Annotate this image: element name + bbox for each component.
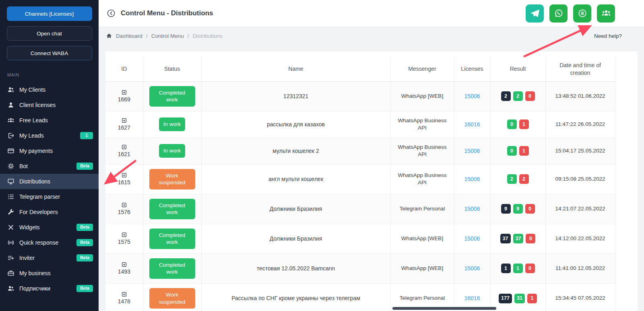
beta-badge: Beta	[76, 163, 93, 170]
licenses-link[interactable]: 15006	[464, 265, 480, 272]
sidebar-item-my-leads[interactable]: My Leads1	[0, 128, 99, 143]
column-header-messenger: Messenger	[390, 57, 454, 81]
users-icon	[7, 285, 14, 292]
column-header-status: Status	[143, 57, 201, 81]
contacts-group-button[interactable]	[597, 4, 615, 23]
distribution-name: Должники Бразилия	[201, 194, 390, 224]
gear-icon	[7, 163, 14, 170]
sidebar-item-label: Quick response	[19, 239, 72, 246]
licenses-link[interactable]: 15006	[464, 93, 480, 99]
result-badge-green: 2	[513, 91, 523, 101]
whatsapp-business-button[interactable]: B	[573, 4, 591, 23]
breadcrumb-dashboard[interactable]: Dashboard	[116, 33, 142, 39]
messenger-type: WhatsApp [WEB]	[390, 81, 454, 111]
sidebar-item-bot[interactable]: BotBeta	[0, 159, 99, 174]
status-badge: Completed work	[149, 229, 195, 249]
horizontal-scrollbar-thumb[interactable]	[392, 307, 496, 310]
sidebar-item-item-13[interactable]: ПодписчикиBeta	[0, 281, 99, 296]
breadcrumb: Dashboard/Control Menu/Distributions Nee…	[99, 27, 644, 45]
result-badge-red: 2	[519, 174, 529, 184]
sidebar-item-for-developers[interactable]: For Developers	[0, 204, 99, 220]
creation-datetime: 11:47:22 26.05.2022	[545, 111, 615, 138]
messenger-type: WhatsApp Business API	[390, 138, 454, 164]
sidebar-item-inviter[interactable]: InviterBeta	[0, 250, 99, 266]
licenses-link[interactable]: 16016	[464, 295, 480, 301]
sidebar-item-my-payments[interactable]: My payments	[0, 143, 99, 159]
svg-text:B: B	[581, 11, 584, 16]
expand-row-icon[interactable]	[121, 202, 127, 208]
licenses-link[interactable]: 15006	[464, 176, 480, 182]
licenses-link[interactable]: 16016	[464, 121, 480, 128]
creation-datetime: 09:15:08 25.05.2022	[545, 164, 615, 194]
result-badge-red: 1	[519, 119, 529, 129]
result-badge-dark: 9	[501, 204, 511, 214]
expand-row-icon[interactable]	[121, 89, 127, 95]
creation-datetime: 14:12:00 22.05.2022	[545, 224, 615, 253]
home-icon[interactable]	[106, 33, 112, 39]
expand-row-icon[interactable]	[121, 232, 127, 238]
breadcrumb-separator: /	[188, 33, 189, 39]
sidebar-item-label: Distributions	[19, 178, 93, 185]
status-badge: In work	[159, 117, 186, 131]
sidebar-item-free-leads[interactable]: Free Leads	[0, 113, 99, 128]
expand-row-icon[interactable]	[121, 291, 127, 297]
sidebar-item-my-business[interactable]: My business	[0, 266, 99, 281]
column-header-id: ID	[105, 57, 143, 81]
expand-row-icon[interactable]	[121, 262, 127, 268]
whatsapp-button[interactable]	[549, 4, 568, 23]
breadcrumb-separator: /	[146, 33, 148, 39]
sidebar-item-my-clients[interactable]: My Clients	[0, 82, 99, 97]
open-chat-button[interactable]: Open chat	[7, 26, 92, 41]
status-badge: In work	[159, 144, 186, 158]
sidebar-item-label: Подписчики	[19, 285, 72, 292]
sidebar-item-distributions[interactable]: Distributions	[0, 174, 99, 189]
row-id: 1621	[118, 150, 130, 158]
users-icon	[7, 86, 14, 93]
payments-icon	[7, 147, 14, 154]
licenses-link[interactable]: 15006	[464, 235, 480, 242]
distribution-name: тестовая 12.05.2022 Bamcann	[201, 253, 390, 283]
table-row: 1493Completed workтестовая 12.05.2022 Ba…	[105, 253, 615, 283]
user-icon	[7, 101, 14, 109]
sidebar-item-label: Telegram parser	[19, 194, 93, 200]
expand-row-icon[interactable]	[121, 144, 127, 150]
column-header-date-and-time-of-creation: Date and time of creation	[545, 57, 615, 81]
telegram-button[interactable]	[526, 4, 544, 23]
need-help-link[interactable]: Need help?	[594, 33, 622, 39]
back-circle-icon[interactable]	[107, 9, 116, 18]
breadcrumb-items: Dashboard/Control Menu/Distributions	[116, 33, 223, 39]
sidebar-item-widgets[interactable]: WidgetsBeta	[0, 220, 99, 235]
briefcase-icon	[7, 270, 14, 277]
expand-row-icon[interactable]	[121, 117, 127, 124]
distributions-icon	[7, 178, 14, 185]
result-badge-green: 1	[513, 264, 523, 273]
licenses-link[interactable]: 15006	[464, 148, 480, 154]
creation-datetime: 13:48:52 01.06.2022	[545, 81, 615, 111]
result-badge-dark: 2	[501, 91, 511, 101]
licenses-link[interactable]: 15006	[464, 206, 480, 212]
result-badge-red: 1	[519, 146, 529, 156]
column-header-licenses: Licenses	[454, 57, 490, 81]
sidebar-item-quick-response[interactable]: Quick responseBeta	[0, 235, 99, 250]
beta-badge: Beta	[76, 254, 93, 262]
result-badge-dark: 177	[499, 294, 512, 303]
sidebar-item-client-licenses[interactable]: Client licenses	[0, 97, 99, 113]
leads-out-icon	[7, 132, 14, 139]
column-header-result: Result	[490, 57, 545, 81]
breadcrumb-control-menu[interactable]: Control Menu	[151, 33, 184, 39]
connect-waba-button[interactable]: Connect WABA	[7, 46, 92, 60]
wrench-icon	[7, 208, 14, 216]
table-row: 1615Work suspendedангл мульти кошелекWha…	[105, 164, 615, 194]
whatsapp-icon	[554, 8, 564, 18]
status-badge: Completed work	[149, 199, 195, 219]
channels-licenses-button[interactable]: Channels [Licenses]	[7, 6, 92, 21]
expand-row-icon[interactable]	[121, 172, 127, 178]
sidebar-item-telegram-parser[interactable]: Telegram parser	[0, 189, 99, 204]
count-badge: 1	[80, 132, 93, 139]
result-badge-green: 37	[513, 234, 524, 243]
sidebar-menu: My ClientsClient licensesFree LeadsMy Le…	[0, 82, 99, 296]
status-badge: Completed work	[149, 86, 195, 107]
table-row: 1478Work suspendedРассылка по СНГ кроме …	[105, 283, 615, 311]
table-row: 1575Completed workДолжники БразилияWhats…	[105, 224, 615, 253]
row-id: 1493	[118, 268, 130, 276]
